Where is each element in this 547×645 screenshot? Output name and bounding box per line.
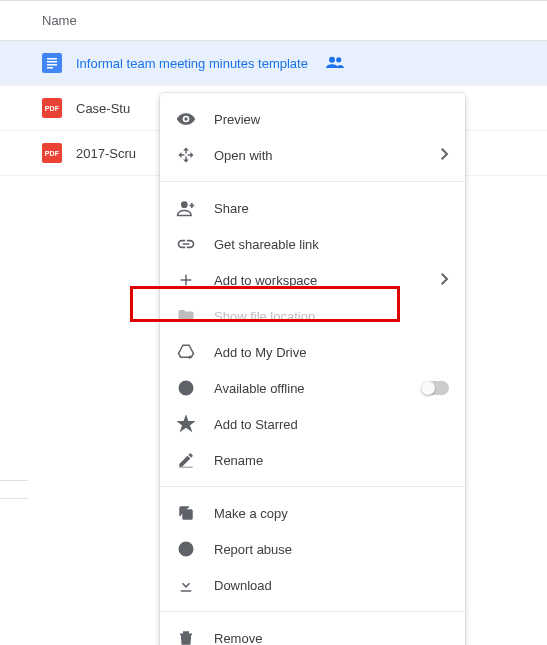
folder-icon bbox=[176, 306, 196, 326]
pdf-icon: PDF bbox=[42, 143, 62, 163]
menu-divider bbox=[160, 611, 465, 612]
svg-rect-3 bbox=[47, 67, 53, 69]
divider bbox=[0, 498, 28, 499]
menu-label: Rename bbox=[214, 453, 449, 468]
person-add-icon bbox=[176, 198, 196, 218]
menu-label: Share bbox=[214, 201, 449, 216]
offline-icon bbox=[176, 378, 196, 398]
menu-available-offline[interactable]: Available offline bbox=[160, 370, 465, 406]
file-name-label: 2017-Scru bbox=[76, 146, 136, 161]
menu-label: Remove bbox=[214, 631, 449, 646]
svg-rect-2 bbox=[47, 64, 57, 66]
menu-label: Open with bbox=[214, 148, 423, 163]
drive-add-icon bbox=[176, 342, 196, 362]
chevron-right-icon bbox=[441, 273, 449, 288]
menu-label: Make a copy bbox=[214, 506, 449, 521]
menu-label: Report abuse bbox=[214, 542, 449, 557]
menu-make-copy[interactable]: Make a copy bbox=[160, 495, 465, 531]
menu-remove[interactable]: Remove bbox=[160, 620, 465, 645]
link-icon bbox=[176, 234, 196, 254]
menu-label: Add to My Drive bbox=[214, 345, 449, 360]
menu-label: Get shareable link bbox=[214, 237, 449, 252]
chevron-right-icon bbox=[441, 148, 449, 163]
pdf-icon: PDF bbox=[42, 98, 62, 118]
menu-preview[interactable]: Preview bbox=[160, 101, 465, 137]
menu-report-abuse[interactable]: Report abuse bbox=[160, 531, 465, 567]
eye-icon bbox=[176, 109, 196, 129]
menu-add-to-drive[interactable]: Add to My Drive bbox=[160, 334, 465, 370]
divider bbox=[0, 480, 28, 481]
svg-point-4 bbox=[329, 56, 335, 62]
trash-icon bbox=[176, 628, 196, 645]
file-name-label: Informal team meeting minutes template bbox=[76, 56, 308, 71]
menu-label: Download bbox=[214, 578, 449, 593]
menu-divider bbox=[160, 486, 465, 487]
menu-label: Available offline bbox=[214, 381, 403, 396]
open-with-icon bbox=[176, 145, 196, 165]
google-docs-icon bbox=[42, 53, 62, 73]
copy-icon bbox=[176, 503, 196, 523]
star-icon bbox=[176, 414, 196, 434]
file-name-label: Case-Stu bbox=[76, 101, 130, 116]
download-icon bbox=[176, 575, 196, 595]
menu-open-with[interactable]: Open with bbox=[160, 137, 465, 173]
context-menu: Preview Open with Share Get shareable li… bbox=[160, 93, 465, 645]
menu-label: Add to workspace bbox=[214, 273, 423, 288]
plus-icon bbox=[176, 270, 196, 290]
menu-add-starred[interactable]: Add to Starred bbox=[160, 406, 465, 442]
menu-rename[interactable]: Rename bbox=[160, 442, 465, 478]
pencil-icon bbox=[176, 450, 196, 470]
svg-rect-0 bbox=[47, 58, 57, 60]
svg-point-5 bbox=[336, 57, 341, 62]
alert-icon bbox=[176, 539, 196, 559]
menu-get-link[interactable]: Get shareable link bbox=[160, 226, 465, 262]
svg-rect-1 bbox=[47, 61, 57, 63]
menu-label: Show file location bbox=[214, 309, 449, 324]
menu-label: Add to Starred bbox=[214, 417, 449, 432]
svg-point-6 bbox=[181, 201, 188, 208]
menu-share[interactable]: Share bbox=[160, 190, 465, 226]
menu-show-file-location: Show file location bbox=[160, 298, 465, 334]
file-row-selected[interactable]: Informal team meeting minutes template bbox=[0, 41, 547, 86]
menu-download[interactable]: Download bbox=[160, 567, 465, 603]
menu-add-workspace[interactable]: Add to workspace bbox=[160, 262, 465, 298]
shared-icon bbox=[326, 56, 344, 71]
menu-label: Preview bbox=[214, 112, 449, 127]
offline-toggle[interactable] bbox=[421, 381, 449, 395]
menu-divider bbox=[160, 181, 465, 182]
column-header-name[interactable]: Name bbox=[0, 0, 547, 41]
